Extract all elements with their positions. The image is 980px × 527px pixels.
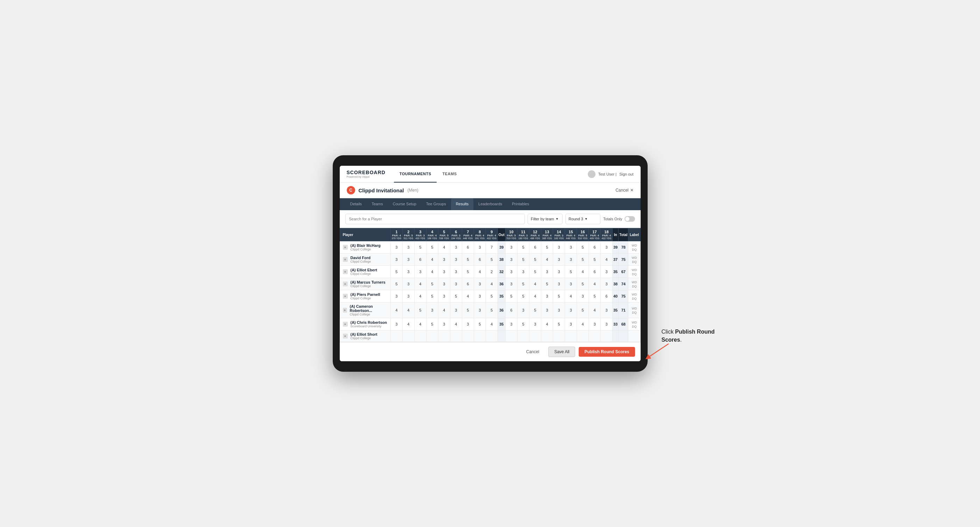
dq-label[interactable]: DQ <box>632 311 637 314</box>
score-hole-13[interactable]: 3 <box>541 303 553 318</box>
score-hole-6[interactable]: 3 <box>450 278 462 290</box>
score-hole-2[interactable]: 3 <box>402 241 414 254</box>
score-hole-1[interactable]: 3 <box>390 241 402 254</box>
score-hole-6[interactable]: 3 <box>450 266 462 278</box>
score-hole-13[interactable]: 5 <box>541 278 553 290</box>
score-hole-5[interactable]: 3 <box>438 278 450 290</box>
score-hole-6[interactable] <box>450 330 462 342</box>
score-hole-14[interactable]: 3 <box>553 278 565 290</box>
score-hole-8[interactable]: 5 <box>474 318 486 330</box>
score-hole-16[interactable]: 4 <box>577 318 589 330</box>
cancel-tournament-button[interactable]: Cancel ✕ <box>616 188 633 193</box>
score-hole-12[interactable]: 6 <box>529 241 541 254</box>
score-hole-16[interactable]: 5 <box>577 278 589 290</box>
score-hole-3[interactable]: 4 <box>414 318 426 330</box>
score-hole-8[interactable]: 4 <box>474 266 486 278</box>
score-hole-11[interactable]: 5 <box>517 278 529 290</box>
score-hole-11[interactable] <box>517 330 529 342</box>
score-hole-12[interactable]: 4 <box>529 278 541 290</box>
score-hole-4[interactable] <box>426 330 438 342</box>
score-hole-10[interactable]: 3 <box>505 254 517 266</box>
score-hole-18[interactable] <box>600 330 612 342</box>
tab-details[interactable]: Details <box>345 198 367 210</box>
wd-label[interactable]: WD <box>632 281 637 284</box>
score-hole-18[interactable]: 3 <box>600 318 612 330</box>
score-hole-15[interactable]: 5 <box>565 266 577 278</box>
score-hole-2[interactable]: 3 <box>402 290 414 303</box>
wd-label[interactable]: WD <box>632 293 637 296</box>
score-hole-14[interactable]: 3 <box>553 303 565 318</box>
score-hole-2[interactable]: 3 <box>402 278 414 290</box>
score-hole-7[interactable]: 5 <box>462 266 474 278</box>
score-hole-13[interactable]: 4 <box>541 318 553 330</box>
score-hole-3[interactable]: 5 <box>414 303 426 318</box>
score-hole-8[interactable]: 6 <box>474 254 486 266</box>
score-hole-2[interactable]: 4 <box>402 318 414 330</box>
score-hole-11[interactable]: 5 <box>517 241 529 254</box>
score-hole-16[interactable] <box>577 330 589 342</box>
dq-label[interactable]: DQ <box>632 325 637 329</box>
score-hole-1[interactable]: 5 <box>390 278 402 290</box>
score-hole-5[interactable] <box>438 330 450 342</box>
score-hole-4[interactable]: 5 <box>426 290 438 303</box>
score-hole-4[interactable]: 5 <box>426 278 438 290</box>
wd-label[interactable]: WD <box>632 256 637 259</box>
score-hole-3[interactable]: 5 <box>414 241 426 254</box>
score-hole-4[interactable]: 4 <box>426 266 438 278</box>
score-hole-17[interactable]: 4 <box>589 303 600 318</box>
score-hole-1[interactable]: 3 <box>390 290 402 303</box>
tab-results[interactable]: Results <box>451 198 474 210</box>
score-hole-15[interactable]: 3 <box>565 318 577 330</box>
score-hole-9[interactable]: 5 <box>486 303 498 318</box>
score-hole-9[interactable]: 4 <box>486 278 498 290</box>
score-hole-9[interactable]: 4 <box>486 318 498 330</box>
score-hole-18[interactable]: 6 <box>600 290 612 303</box>
score-hole-9[interactable]: 5 <box>486 254 498 266</box>
score-hole-17[interactable]: 3 <box>589 318 600 330</box>
score-hole-8[interactable]: 3 <box>474 241 486 254</box>
score-hole-16[interactable]: 5 <box>577 254 589 266</box>
score-hole-4[interactable]: 5 <box>426 318 438 330</box>
round-select[interactable]: Round 3 ▼ <box>565 214 600 224</box>
score-hole-9[interactable] <box>486 330 498 342</box>
score-hole-17[interactable] <box>589 330 600 342</box>
score-hole-10[interactable]: 3 <box>505 278 517 290</box>
tab-tee-groups[interactable]: Tee Groups <box>421 198 451 210</box>
score-hole-15[interactable] <box>565 330 577 342</box>
score-hole-11[interactable]: 3 <box>517 266 529 278</box>
score-hole-11[interactable]: 3 <box>517 303 529 318</box>
score-hole-8[interactable]: 3 <box>474 303 486 318</box>
filter-team-select[interactable]: Filter by team ▼ <box>528 214 563 224</box>
score-hole-3[interactable]: 4 <box>414 290 426 303</box>
score-hole-13[interactable]: 3 <box>541 290 553 303</box>
score-hole-16[interactable]: 5 <box>577 303 589 318</box>
score-hole-4[interactable]: 5 <box>426 241 438 254</box>
score-hole-6[interactable]: 5 <box>450 290 462 303</box>
score-hole-3[interactable]: 6 <box>414 254 426 266</box>
score-hole-9[interactable]: 5 <box>486 290 498 303</box>
score-hole-5[interactable]: 3 <box>438 254 450 266</box>
score-hole-16[interactable]: 3 <box>577 290 589 303</box>
score-hole-7[interactable]: 3 <box>462 318 474 330</box>
dq-label[interactable]: DQ <box>632 272 637 276</box>
score-hole-17[interactable]: 6 <box>589 266 600 278</box>
score-hole-12[interactable]: 4 <box>529 290 541 303</box>
score-hole-14[interactable]: 3 <box>553 254 565 266</box>
score-hole-8[interactable] <box>474 330 486 342</box>
score-hole-1[interactable]: 3 <box>390 318 402 330</box>
score-hole-17[interactable]: 5 <box>589 254 600 266</box>
score-hole-3[interactable]: 3 <box>414 266 426 278</box>
score-hole-13[interactable]: 5 <box>541 241 553 254</box>
score-hole-7[interactable]: 5 <box>462 254 474 266</box>
score-hole-10[interactable]: 3 <box>505 241 517 254</box>
score-hole-13[interactable]: 3 <box>541 266 553 278</box>
score-hole-18[interactable]: 3 <box>600 266 612 278</box>
score-hole-14[interactable] <box>553 330 565 342</box>
score-hole-14[interactable]: 5 <box>553 318 565 330</box>
score-hole-10[interactable]: 6 <box>505 303 517 318</box>
score-hole-12[interactable]: 3 <box>529 318 541 330</box>
score-hole-12[interactable] <box>529 330 541 342</box>
score-hole-16[interactable]: 5 <box>577 241 589 254</box>
score-hole-1[interactable]: 5 <box>390 266 402 278</box>
score-hole-13[interactable] <box>541 330 553 342</box>
